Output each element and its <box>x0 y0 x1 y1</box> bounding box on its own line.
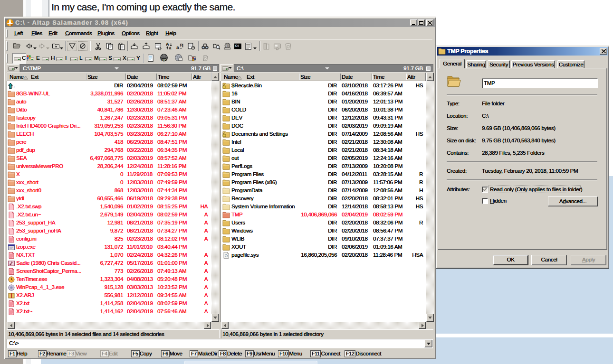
svg-text:a: a <box>176 45 179 50</box>
svg-text:A: A <box>166 42 169 47</box>
svg-text:i: i <box>226 44 227 48</box>
svg-text:C:\: C:\ <box>235 44 239 47</box>
svg-text:FTP: FTP <box>162 59 166 61</box>
svg-text:R: R <box>180 43 182 47</box>
